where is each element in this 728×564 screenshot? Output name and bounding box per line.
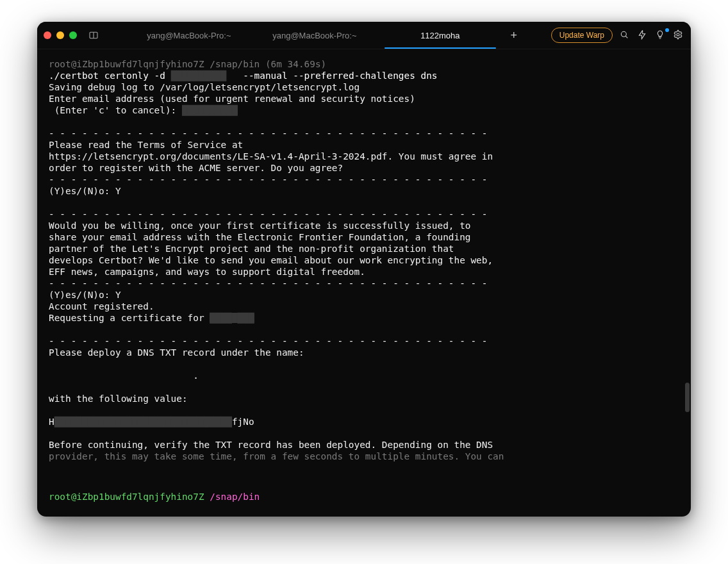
out-l3: (Enter 'c' to cancel): — [49, 105, 182, 115]
out-val-prefix: H — [49, 417, 54, 427]
out-sep3: - - - - - - - - - - - - - - - - - - - - … — [49, 209, 487, 219]
cmd-suffix: --manual --preferred-challenges dns — [243, 70, 437, 81]
block-header-timing: (6m 34.69s) — [265, 59, 326, 69]
out-val-suffix: fjNo — [232, 417, 254, 427]
out-sep2: - - - - - - - - - - - - - - - - - - - - … — [49, 174, 487, 185]
notification-dot — [665, 28, 669, 32]
scrollbar-thumb[interactable] — [685, 383, 690, 412]
window-close-button[interactable] — [44, 31, 51, 39]
out-dns-name-tail: . — [193, 370, 199, 381]
terminal-output: root@iZbp1buwfd7lqnjfyhino7Z /snap/bin (… — [49, 58, 679, 462]
prompt-path-dir: /snap/ — [210, 492, 243, 502]
out-tos2: https://letsencrypt.org/documents/LE-SA-… — [49, 151, 493, 162]
out-before1: Before continuing, verify the TXT record… — [49, 440, 493, 450]
out-eff2: share your email address with the Electr… — [49, 232, 470, 242]
out-eff1: Would you be willing, once your first ce… — [49, 220, 470, 231]
prompt-path-bin: bin — [243, 492, 260, 502]
out-l2: Enter email address (used for urgent ren… — [49, 94, 415, 104]
window-minimize-button[interactable] — [56, 31, 64, 39]
out-yn1: (Y)es/(N)o: Y — [49, 186, 121, 196]
window-traffic-lights — [44, 31, 77, 39]
out-tos3: order to register with the ACME server. … — [49, 163, 343, 173]
out-sep1: - - - - - - - - - - - - - - - - - - - - … — [49, 128, 487, 138]
tab-strip: yang@MacBook-Pro:~ yang@MacBook-Pro:~ 11… — [104, 22, 547, 48]
redacted-email: ██████████ — [182, 105, 238, 115]
redacted-cert-for: ████ ███ — [210, 313, 254, 323]
new-tab-button[interactable]: + — [504, 26, 524, 44]
out-eff5: EFF news, campaigns, and ways to support… — [49, 267, 365, 277]
tab-1[interactable]: yang@MacBook-Pro:~ — [252, 22, 377, 48]
svg-point-4 — [677, 33, 679, 36]
redacted-txt-value: ████████████████████████████████ — [54, 417, 232, 427]
out-l1: Saving debug log to /var/log/letsencrypt… — [49, 82, 360, 92]
bulb-icon[interactable] — [655, 29, 666, 41]
split-panel-icon[interactable] — [87, 29, 100, 42]
block-header-path: /snap/bin — [210, 59, 260, 69]
out-tos1: Please read the Terms of Service at — [49, 140, 243, 150]
out-eff4: develops Certbot? We'd like to send you … — [49, 255, 493, 265]
out-dns1: Please deploy a DNS TXT record under the… — [49, 347, 304, 358]
cmd-prefix: ./certbot certonly -d — [49, 70, 165, 81]
settings-gear-icon[interactable] — [673, 29, 684, 41]
redacted-domain: ██████████ — [171, 70, 227, 81]
search-icon[interactable] — [619, 29, 631, 41]
out-eff3: partner of the Let's Encrypt project and… — [49, 244, 454, 254]
app-window: yang@MacBook-Pro:~ yang@MacBook-Pro:~ 11… — [37, 22, 691, 517]
tab-2[interactable]: 1122moha — [378, 22, 502, 48]
out-sep4: - - - - - - - - - - - - - - - - - - - - … — [49, 278, 487, 288]
out-sep5: - - - - - - - - - - - - - - - - - - - - … — [49, 336, 487, 346]
out-yn2: (Y)es/(N)o: Y — [49, 290, 121, 300]
terminal-viewport[interactable]: root@iZbp1buwfd7lqnjfyhino7Z /snap/bin (… — [37, 49, 691, 517]
prompt-line[interactable]: root@iZbp1buwfd7lqnjfyhino7Z /snap/bin — [49, 491, 679, 502]
tab-0[interactable]: yang@MacBook-Pro:~ — [127, 22, 251, 48]
svg-line-3 — [625, 36, 627, 38]
svg-point-2 — [621, 31, 626, 37]
block-header-userhost: root@iZbp1buwfd7lqnjfyhino7Z — [49, 59, 204, 69]
out-req: Requesting a certificate for — [49, 313, 210, 323]
out-acc: Account registered. — [49, 301, 154, 311]
bolt-icon[interactable] — [637, 29, 649, 41]
window-maximize-button[interactable] — [69, 31, 77, 39]
titlebar: yang@MacBook-Pro:~ yang@MacBook-Pro:~ 11… — [37, 22, 691, 49]
titlebar-tools: Update Warp — [551, 28, 684, 43]
out-withval: with the following value: — [49, 394, 188, 404]
prompt-user-host: root@iZbp1buwfd7lqnjfyhino7Z — [49, 492, 204, 502]
out-before2: provider, this may take some time, from … — [49, 451, 504, 461]
update-warp-button[interactable]: Update Warp — [551, 28, 613, 43]
